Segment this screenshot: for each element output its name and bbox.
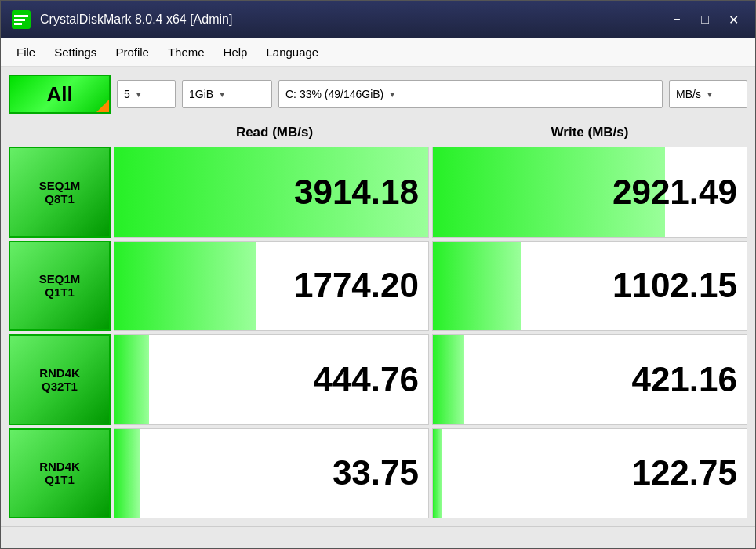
read-bar	[114, 429, 140, 518]
read-value: 33.75	[333, 453, 419, 493]
read-value: 444.76	[313, 360, 419, 399]
write-value: 2921.49	[612, 173, 737, 212]
runs-value: 5	[124, 88, 130, 100]
window-controls: − □ ✕	[664, 9, 746, 31]
window-title: CrystalDiskMark 8.0.4 x64 [Admin]	[40, 13, 656, 27]
seq1m-q1t1-read[interactable]: 1774.20	[114, 241, 429, 332]
read-header: Read (MB/s)	[117, 118, 432, 147]
read-value: 3914.18	[294, 173, 419, 212]
write-bar	[433, 335, 464, 424]
write-bar	[433, 429, 442, 518]
drive-select[interactable]: C: 33% (49/146GiB) ▼	[278, 80, 663, 108]
row-label-seq1m-q8t1[interactable]: SEQ1MQ8T1	[9, 147, 111, 238]
svg-rect-3	[14, 23, 22, 25]
titlebar: CrystalDiskMark 8.0.4 x64 [Admin] − □ ✕	[1, 1, 755, 38]
read-bar	[114, 242, 256, 331]
row-label-rnd4k-q32t1[interactable]: RND4KQ32T1	[9, 334, 111, 425]
read-value: 1774.20	[294, 266, 419, 305]
rnd4k-q1t1-write[interactable]: 122.75	[432, 428, 747, 519]
controls-row: All 5 ▼ 1GiB ▼ C: 33% (49/146GiB) ▼ MB/s…	[9, 75, 747, 114]
read-bar	[114, 335, 149, 424]
runs-select[interactable]: 5 ▼	[117, 80, 176, 108]
size-select[interactable]: 1GiB ▼	[182, 80, 272, 108]
table-row: RND4KQ1T1 33.75 122.75	[9, 428, 747, 519]
menu-theme[interactable]: Theme	[158, 42, 214, 62]
seq1m-q8t1-write[interactable]: 2921.49	[432, 147, 747, 238]
rnd4k-q32t1-write[interactable]: 421.16	[432, 334, 747, 425]
table-row: RND4KQ32T1 444.76 421.16	[9, 334, 747, 425]
svg-rect-2	[14, 19, 25, 21]
menu-language[interactable]: Language	[256, 42, 328, 62]
all-button[interactable]: All	[9, 75, 111, 114]
close-button[interactable]: ✕	[721, 9, 746, 31]
table-body: SEQ1MQ8T1 3914.18 2921.49 SEQ1MQ1T1	[9, 147, 747, 518]
size-value: 1GiB	[189, 88, 213, 100]
menu-help[interactable]: Help	[214, 42, 257, 62]
runs-arrow: ▼	[135, 90, 143, 99]
drive-arrow: ▼	[388, 90, 396, 99]
size-arrow: ▼	[218, 90, 226, 99]
row-label-rnd4k-q1t1[interactable]: RND4KQ1T1	[9, 428, 111, 519]
table-row: SEQ1MQ8T1 3914.18 2921.49	[9, 147, 747, 238]
minimize-button[interactable]: −	[664, 9, 689, 31]
seq1m-q1t1-write[interactable]: 1102.15	[432, 241, 747, 332]
seq1m-q8t1-read[interactable]: 3914.18	[114, 147, 429, 238]
maximize-button[interactable]: □	[692, 9, 718, 31]
app-icon	[10, 9, 32, 31]
svg-rect-1	[14, 15, 28, 17]
rnd4k-q32t1-read[interactable]: 444.76	[114, 334, 429, 425]
table-header: Read (MB/s) Write (MB/s)	[117, 118, 747, 147]
unit-value: MB/s	[676, 88, 701, 100]
write-value: 421.16	[631, 360, 737, 399]
statusbar	[1, 526, 755, 548]
benchmark-table: Read (MB/s) Write (MB/s) SEQ1MQ8T1 3914.…	[9, 118, 747, 518]
unit-arrow: ▼	[706, 90, 714, 99]
main-content: All 5 ▼ 1GiB ▼ C: 33% (49/146GiB) ▼ MB/s…	[1, 67, 755, 526]
write-header: Write (MB/s)	[432, 118, 747, 147]
rnd4k-q1t1-read[interactable]: 33.75	[114, 428, 429, 519]
table-row: SEQ1MQ1T1 1774.20 1102.15	[9, 241, 747, 332]
menu-file[interactable]: File	[7, 42, 45, 62]
menu-settings[interactable]: Settings	[45, 42, 106, 62]
main-window: CrystalDiskMark 8.0.4 x64 [Admin] − □ ✕ …	[0, 0, 756, 549]
write-value: 122.75	[631, 453, 737, 493]
row-label-seq1m-q1t1[interactable]: SEQ1MQ1T1	[9, 241, 111, 332]
unit-select[interactable]: MB/s ▼	[669, 80, 747, 108]
menubar: File Settings Profile Theme Help Languag…	[1, 38, 755, 67]
write-value: 1102.15	[612, 266, 737, 305]
drive-value: C: 33% (49/146GiB)	[285, 88, 383, 100]
menu-profile[interactable]: Profile	[106, 42, 158, 62]
write-bar	[433, 242, 521, 331]
